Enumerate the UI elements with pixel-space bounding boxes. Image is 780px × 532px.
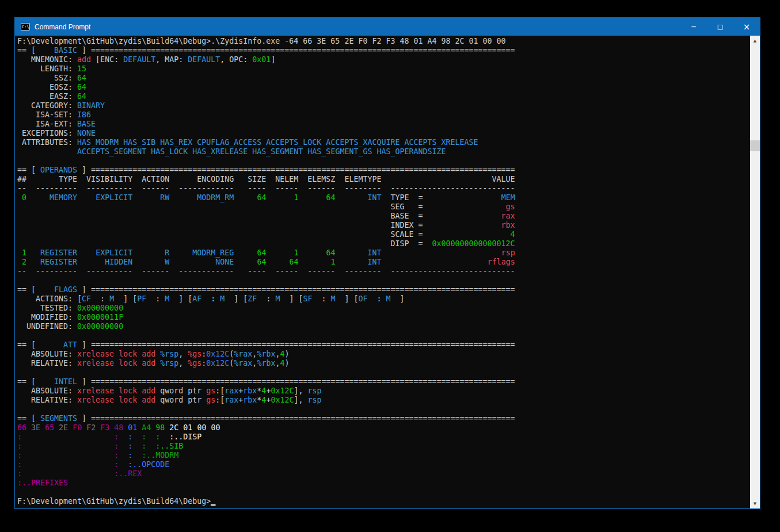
close-button[interactable]: ×: [733, 18, 760, 36]
terminal-line: DISP = 0x000000000000012C: [17, 239, 760, 248]
terminal-line: 66 3E 65 2E F0 F2 F3 48 01 A4 98 2C 01 0…: [17, 423, 760, 433]
minimize-button[interactable]: ─: [680, 18, 707, 36]
terminal-line: ## TYPE VISIBILITY ACTION ENCODING SIZE …: [17, 175, 760, 184]
terminal-line: ISA-EXT: BASE: [17, 120, 760, 129]
console-output[interactable]: F:\Development\GitHub\zydis\Build64\Debu…: [15, 36, 760, 508]
terminal-line: EOSZ: 64: [17, 83, 760, 92]
terminal-line: -- --------- ---------- ------ ---------…: [17, 184, 760, 193]
terminal-line: [17, 331, 760, 340]
terminal-line: EASZ: 64: [17, 92, 760, 101]
scrollbar-thumb[interactable]: [750, 140, 760, 151]
terminal-line: RELATIVE: xrelease lock add %rsp, %gs:0x…: [17, 359, 760, 368]
terminal-line: ATTRIBUTES: HAS_MODRM HAS_SIB HAS_REX CP…: [17, 138, 760, 147]
terminal-line: 2 REGISTER HIDDEN W NONE 64 64 1 INT rfl…: [17, 258, 760, 267]
cmd-icon: C:\: [21, 23, 30, 30]
terminal-line: == [ BASIC ] ===========================…: [17, 46, 760, 55]
terminal-line: : :..REX: [17, 469, 760, 479]
scroll-up-button[interactable]: ▲: [750, 36, 760, 45]
terminal-line: TESTED: 0x00000000: [17, 304, 760, 313]
terminal-line: CATEGORY: BINARY: [17, 101, 760, 110]
scrollbar[interactable]: ▲ ▼: [750, 36, 760, 508]
terminal-line: 0 MEMORY EXPLICIT RW MODRM_RM 64 1 64 IN…: [17, 193, 760, 202]
terminal-line: SSZ: 64: [17, 74, 760, 83]
terminal-line: -- --------- ---------- ------ ---------…: [17, 267, 760, 276]
terminal-line: [17, 156, 760, 166]
terminal-line: F:\Development\GitHub\zydis\Build64\Debu…: [17, 37, 760, 46]
terminal-line: [17, 368, 760, 377]
terminal-line: LENGTH: 15: [17, 64, 760, 74]
maximize-button[interactable]: □: [707, 18, 733, 36]
terminal-line: ABSOLUTE: xrelease lock add %rsp, %gs:0x…: [17, 350, 760, 359]
terminal-line: :..PREFIXES: [17, 479, 760, 488]
terminal-line: : : :..OPCODE: [17, 460, 760, 469]
terminal-line: ABSOLUTE: xrelease lock add qword ptr gs…: [17, 386, 760, 396]
terminal-line: RELATIVE: xrelease lock add qword ptr gs…: [17, 396, 760, 405]
terminal-line: [17, 276, 760, 285]
window-controls: ─ □ ×: [680, 18, 760, 36]
scroll-down-button[interactable]: ▼: [750, 499, 760, 508]
terminal-line: == [ ATT ] =============================…: [17, 340, 760, 350]
terminal-line: ACCEPTS_SEGMENT HAS_LOCK HAS_XRELEASE HA…: [17, 147, 760, 156]
terminal-line: [17, 405, 760, 414]
terminal-line: SCALE = 4: [17, 230, 760, 239]
window-title: Command Prompt: [35, 23, 90, 31]
terminal-line: [17, 488, 760, 497]
terminal-line: ACTIONS: [CF : M ] [PF : M ] [AF : M ] […: [17, 294, 760, 304]
terminal-line: MNEMONIC: add [ENC: DEFAULT, MAP: DEFAUL…: [17, 55, 760, 64]
command-prompt-window: C:\ Command Prompt ─ □ × F:\Development\…: [14, 17, 760, 509]
terminal-line: : : : : :..SIB: [17, 442, 760, 451]
terminal-line: SEG = gs: [17, 202, 760, 212]
terminal-line: F:\Development\GitHub\zydis\Build64\Debu…: [17, 497, 760, 506]
terminal-line: == [ OPERANDS ] ========================…: [17, 166, 760, 175]
terminal-line: 1 REGISTER EXPLICIT R MODRM_REG 64 1 64 …: [17, 248, 760, 258]
terminal-line: INDEX = rbx: [17, 221, 760, 230]
terminal-line: MODIFIED: 0x0000011F: [17, 313, 760, 322]
terminal-line: == [ INTEL ] ===========================…: [17, 377, 760, 386]
terminal-line: EXCEPTIONS: NONE: [17, 129, 760, 138]
terminal-line: : : : :..MODRM: [17, 451, 760, 460]
terminal-line: : : : : : :..DISP: [17, 433, 760, 442]
titlebar[interactable]: C:\ Command Prompt ─ □ ×: [15, 18, 760, 36]
terminal-line: == [ SEGMENTS ] ========================…: [17, 414, 760, 423]
terminal-line: BASE = rax: [17, 212, 760, 221]
terminal-line: == [ FLAGS ] ===========================…: [17, 285, 760, 294]
terminal-line: UNDEFINED: 0x00000000: [17, 322, 760, 331]
terminal-line: ISA-SET: I86: [17, 110, 760, 120]
